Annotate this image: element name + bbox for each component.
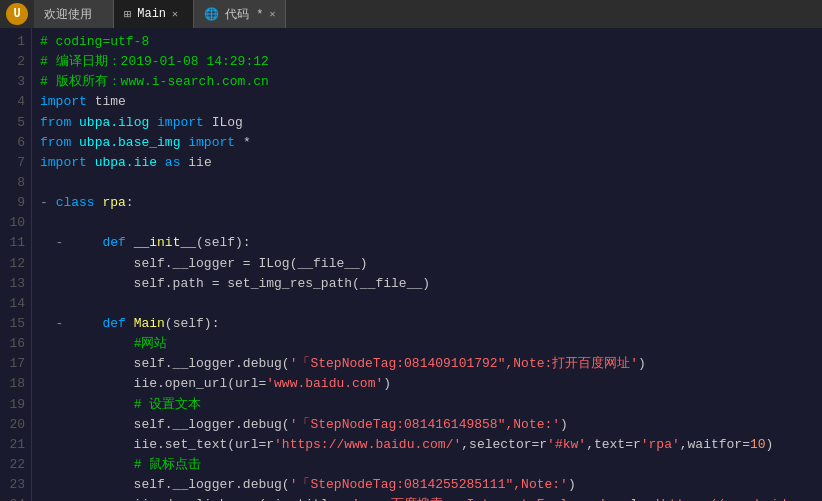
- tab-main-label: Main: [137, 7, 166, 21]
- code-area[interactable]: # coding=utf-8 # 编译日期：2019-01-08 14:29:1…: [32, 28, 822, 501]
- app-icon: U: [6, 3, 28, 25]
- line-numbers: 1 2 3 4 5 6 7 8 9 10 11 12 13 14 15 16 1…: [0, 28, 32, 501]
- tab-code[interactable]: 🌐 代码 * ✕: [194, 0, 286, 28]
- close-icon-code[interactable]: ✕: [269, 8, 275, 20]
- grid-icon: ⊞: [124, 7, 131, 22]
- globe-icon: 🌐: [204, 7, 219, 22]
- welcome-tab[interactable]: 欢迎使用: [34, 0, 114, 28]
- welcome-label: 欢迎使用: [44, 6, 92, 23]
- close-icon[interactable]: ✕: [172, 8, 178, 20]
- tab-code-label: 代码 *: [225, 6, 263, 23]
- tab-main[interactable]: ⊞ Main ✕: [114, 0, 194, 28]
- editor: 1 2 3 4 5 6 7 8 9 10 11 12 13 14 15 16 1…: [0, 28, 822, 501]
- titlebar: U 欢迎使用 ⊞ Main ✕ 🌐 代码 * ✕: [0, 0, 822, 28]
